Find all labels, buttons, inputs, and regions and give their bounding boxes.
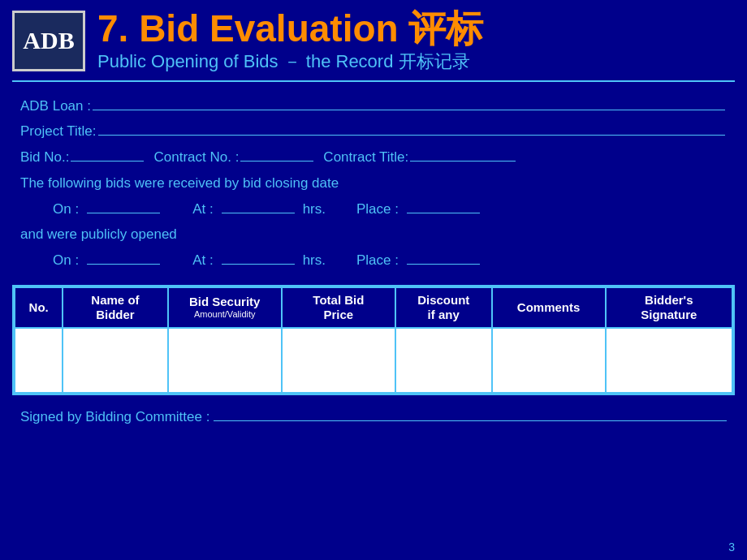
bid-no-field[interactable] [71,147,144,162]
adb-loan-field[interactable] [93,96,725,110]
datetime-line-2: On : At : hrs. Place : [53,248,727,273]
at-label-2: At : [192,248,214,273]
cell-security [168,328,282,393]
th-no: No. [15,287,63,328]
on-date-field-1[interactable] [87,199,160,213]
project-title-line: Project Title: [20,119,727,144]
bid-table: No. Name ofBidder Bid SecurityAmount/Val… [14,286,733,394]
contract-no-field[interactable] [240,147,313,162]
table-header-row: No. Name ofBidder Bid SecurityAmount/Val… [15,287,732,328]
at-label-1: At : [192,197,214,222]
table-row [15,328,732,393]
on-label-2: On : [53,248,79,273]
bid-no-line: Bid No.: Contract No. : Contract Title: [20,145,727,170]
adb-loan-label: ADB Loan : [20,94,91,118]
th-signature: Bidder'sSignature [606,287,732,328]
contract-no-label: Contract No. : [153,145,239,170]
footer: Signed by Bidding Committee : [0,402,747,425]
on-label-1: On : [53,197,79,222]
logo-text: ADB [23,27,74,54]
place-label-2: Place : [356,248,399,273]
cell-total [282,328,395,393]
cell-no [15,328,63,393]
and-text: and were publicly opened [20,222,177,247]
bid-table-container: No. Name ofBidder Bid SecurityAmount/Val… [12,285,735,395]
header-text-block: 7. Bid Evaluation 评标 Public Opening of B… [97,8,483,74]
adb-logo: ADB [12,11,85,71]
th-discount: Discountif any [395,287,492,328]
contract-title-field[interactable] [410,147,516,162]
th-total: Total BidPrice [282,287,395,328]
place-field-2[interactable] [407,250,480,265]
place-label-1: Place : [356,197,399,222]
place-field-1[interactable] [407,199,480,213]
th-name: Name ofBidder [63,287,167,328]
datetime-line-1: On : At : hrs. Place : [53,197,727,222]
form-content: ADB Loan : Project Title: Bid No.: Contr… [0,90,747,278]
page-number: 3 [728,541,735,554]
at-time-field-2[interactable] [222,250,295,265]
page-title: 7. Bid Evaluation 评标 [97,8,483,50]
at-time-field-1[interactable] [222,199,295,213]
hrs-label-2: hrs. [303,248,326,273]
project-title-label: Project Title: [20,119,97,144]
th-comments: Comments [492,287,606,328]
th-security: Bid SecurityAmount/Validity [168,287,282,328]
received-text: The following bids were received by bid … [20,171,339,196]
page-subtitle: Public Opening of Bids － the Record 开标记录 [97,50,483,74]
received-text-line: The following bids were received by bid … [20,171,727,196]
project-title-field[interactable] [98,121,725,136]
hrs-label-1: hrs. [303,197,326,222]
cell-name [63,328,167,393]
contract-title-label: Contract Title: [323,145,408,170]
signed-label: Signed by Bidding Committee : [20,409,209,425]
cell-discount [395,328,492,393]
cell-signature [606,328,732,393]
publicly-opened-line: and were publicly opened [20,222,727,247]
signed-field[interactable] [214,407,727,421]
header-divider [12,80,735,82]
header: ADB 7. Bid Evaluation 评标 Public Opening … [0,0,747,80]
cell-comments [492,328,606,393]
on-date-field-2[interactable] [87,250,160,265]
adb-loan-line: ADB Loan : [20,94,727,118]
bid-no-label: Bid No.: [20,145,69,170]
